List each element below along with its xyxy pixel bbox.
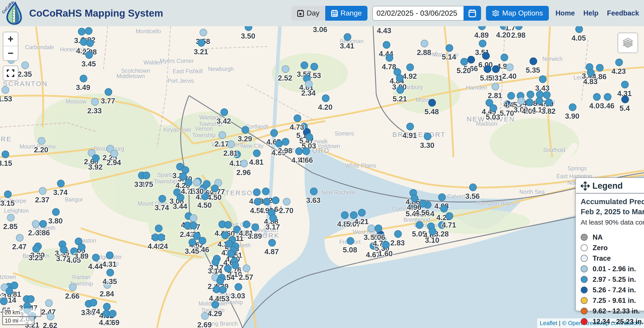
station-dot[interactable]: [218, 131, 226, 139]
station-dot[interactable]: [92, 154, 100, 162]
station-dot[interactable]: [536, 97, 543, 105]
station-dot[interactable]: [242, 126, 249, 134]
range-button[interactable]: Range: [325, 6, 368, 21]
station-dot[interactable]: [429, 228, 436, 235]
layers-control[interactable]: [618, 32, 638, 53]
station-dot[interactable]: [78, 243, 86, 251]
station-dot[interactable]: [396, 86, 404, 94]
date-range-input[interactable]: [372, 6, 464, 21]
station-dot[interactable]: [90, 299, 97, 307]
station-dot[interactable]: [39, 220, 47, 228]
station-dot[interactable]: [16, 234, 24, 242]
station-dot[interactable]: [104, 88, 112, 96]
station-dot[interactable]: [294, 114, 301, 122]
station-dot[interactable]: [469, 184, 477, 191]
station-dot[interactable]: [492, 83, 499, 90]
station-dot[interactable]: [253, 149, 260, 157]
station-dot[interactable]: [193, 179, 201, 186]
station-dot[interactable]: [539, 75, 546, 83]
station-dot[interactable]: [262, 188, 270, 195]
leaflet-link[interactable]: Leaflet: [540, 320, 557, 327]
station-dot[interactable]: [424, 133, 432, 140]
station-dot[interactable]: [569, 103, 576, 111]
station-dot[interactable]: [69, 283, 76, 291]
station-dot[interactable]: [91, 98, 99, 106]
legend-panel[interactable]: Legend Accumulated Precipitation Feb 2, …: [575, 177, 644, 311]
station-dot[interactable]: [221, 232, 229, 239]
station-dot[interactable]: [155, 225, 162, 232]
station-dot[interactable]: [27, 295, 34, 303]
map-canvas[interactable]: ;: [0, 26, 644, 328]
station-dot[interactable]: [39, 187, 46, 195]
station-dot[interactable]: [224, 221, 232, 229]
station-dot[interactable]: [615, 58, 623, 66]
station-dot[interactable]: [268, 239, 276, 247]
station-dot[interactable]: [411, 195, 418, 202]
station-dot[interactable]: [383, 41, 390, 49]
station-dot[interactable]: [596, 64, 604, 71]
station-dot[interactable]: [479, 40, 486, 47]
station-dot[interactable]: [416, 221, 423, 229]
station-dot[interactable]: [234, 283, 242, 291]
map-options-button[interactable]: Map Options: [486, 6, 548, 21]
station-dot[interactable]: [438, 193, 446, 201]
station-dot[interactable]: [306, 133, 313, 141]
station-dot[interactable]: [587, 69, 594, 76]
station-dot[interactable]: [302, 147, 310, 155]
station-dot[interactable]: [254, 198, 262, 206]
station-dot[interactable]: [270, 129, 278, 137]
station-dot[interactable]: [526, 91, 534, 98]
station-dot[interactable]: [492, 65, 500, 73]
station-dot[interactable]: [80, 75, 87, 82]
date-picker-button[interactable]: [464, 6, 481, 21]
station-dot[interactable]: [216, 277, 224, 285]
station-dot[interactable]: [460, 58, 468, 65]
station-dot[interactable]: [358, 209, 366, 217]
station-dot[interactable]: [243, 221, 250, 228]
station-dot[interactable]: [240, 160, 248, 167]
station-dot[interactable]: [375, 225, 382, 232]
station-dot[interactable]: [467, 56, 475, 63]
station-dot[interactable]: [188, 239, 196, 246]
nav-home[interactable]: Home: [554, 9, 577, 17]
station-dot[interactable]: [85, 27, 92, 35]
station-dot[interactable]: [185, 179, 192, 186]
station-dot[interactable]: [158, 195, 166, 203]
station-dot[interactable]: [227, 250, 235, 258]
station-dot[interactable]: [386, 54, 393, 62]
station-dot[interactable]: [305, 80, 313, 88]
station-dot[interactable]: [57, 180, 65, 187]
station-dot[interactable]: [346, 237, 354, 245]
station-dot[interactable]: [220, 108, 228, 116]
station-dot[interactable]: [283, 198, 290, 206]
station-dot[interactable]: [593, 93, 601, 101]
station-dot[interactable]: [484, 65, 491, 73]
station-dot[interactable]: [419, 200, 426, 208]
station-dot[interactable]: [490, 104, 497, 112]
station-dot[interactable]: [428, 99, 436, 107]
station-dot[interactable]: [272, 197, 280, 204]
station-dot[interactable]: [78, 28, 86, 35]
station-dot[interactable]: [142, 172, 150, 179]
station-dot[interactable]: [282, 65, 289, 73]
station-dot[interactable]: [179, 173, 187, 180]
station-dot[interactable]: [110, 150, 118, 157]
station-dot[interactable]: [227, 140, 235, 148]
station-dot[interactable]: [190, 222, 197, 229]
station-dot[interactable]: [421, 40, 428, 47]
station-dot[interactable]: [382, 241, 390, 249]
station-dot[interactable]: [4, 190, 12, 198]
station-dot[interactable]: [38, 137, 45, 145]
station-dot[interactable]: [203, 180, 210, 188]
station-dot[interactable]: [282, 138, 289, 146]
station-dot[interactable]: [32, 220, 40, 228]
station-dot[interactable]: [85, 51, 93, 59]
station-dot[interactable]: [86, 39, 94, 47]
station-dot[interactable]: [7, 214, 14, 221]
station-dot[interactable]: [482, 52, 490, 60]
station-dot[interactable]: [6, 287, 13, 295]
station-dot[interactable]: [47, 313, 54, 320]
station-dot[interactable]: [300, 61, 308, 69]
station-dot[interactable]: [500, 54, 508, 61]
station-dot[interactable]: [322, 94, 330, 102]
